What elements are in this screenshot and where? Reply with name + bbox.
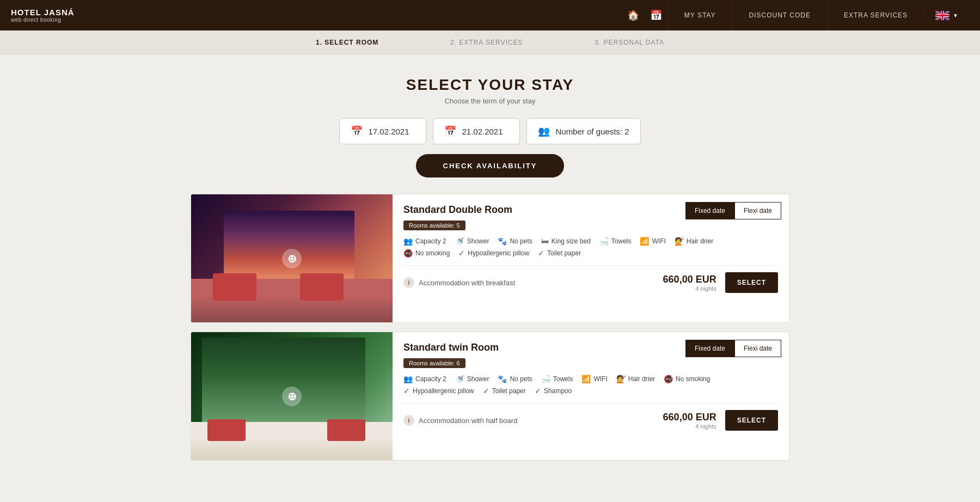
amenity-shampoo-label: Shampoo	[544, 387, 572, 395]
checkin-field[interactable]: 📅 17.02.2021	[339, 118, 426, 144]
wifi-icon-2: 📶	[581, 375, 591, 383]
room-2-nights: 4 nights	[663, 423, 716, 430]
hypoallergenic-check-icon: ✓	[458, 249, 465, 258]
room-1-meal-info: i Accommodation with breakfast	[403, 277, 515, 288]
room-1-date-tabs: Fixed date Flexi date	[685, 202, 781, 219]
amenity-shower-label: Shower	[467, 237, 489, 245]
home-icon[interactable]: 🏠	[627, 9, 639, 21]
room-1-fixed-date-tab[interactable]: Fixed date	[685, 202, 734, 219]
search-row: 📅 17.02.2021 📅 21.02.2021 👥 Number of gu…	[339, 118, 640, 144]
room-2-zoom-icon[interactable]: ⊕	[282, 387, 302, 406]
amenity-towels-2: 🛁 Towels	[541, 375, 573, 383]
progress-step-1[interactable]: 1. SELECT ROOM	[283, 39, 411, 46]
amenity-no-pets: 🐾 No pets	[498, 237, 532, 246]
room-1-zoom-icon[interactable]: ⊕	[282, 249, 302, 268]
amenity-wifi-2-label: WIFI	[593, 375, 607, 383]
room-2-fixed-date-tab[interactable]: Fixed date	[685, 340, 734, 357]
amenity-shower-2: 🚿 Shower	[455, 375, 489, 383]
language-selector[interactable]: ▼	[924, 11, 969, 20]
nav-extra-services[interactable]: EXTRA SERVICES	[827, 0, 924, 30]
room-2-amenities-row-1: 👥 Capacity 2 🚿 Shower 🐾 No pets 🛁 Towels	[403, 375, 778, 383]
king-bed-icon: 🛏	[541, 237, 549, 246]
header-icons: 🏠 📅	[627, 9, 662, 21]
amenity-hair-drier-2: 💇 Hair drier	[616, 375, 655, 383]
amenity-king-bed-label: King size bed	[552, 237, 591, 245]
room-2-amenities-row-2: ✓ Hypoallergenic pillow ✓ Toilet paper ✓…	[403, 387, 778, 395]
room-1-amenities-row-2: 🚭 No smoking ✓ Hypoallergenic pillow ✓ T…	[403, 249, 778, 258]
checkout-field[interactable]: 📅 21.02.2021	[433, 118, 520, 144]
room-2-waterfall	[202, 338, 365, 425]
room-1-flexi-date-tab[interactable]: Flexi date	[734, 202, 781, 219]
nav-my-stay[interactable]: MY STAY	[667, 0, 732, 30]
amenity-hair-drier-2-label: Hair drier	[628, 375, 655, 383]
checkin-value: 17.02.2021	[368, 127, 409, 136]
lang-chevron-icon: ▼	[953, 13, 958, 19]
check-availability-button[interactable]: CHECK AVAILABILITY	[416, 154, 565, 177]
wifi-icon: 📶	[640, 237, 649, 246]
amenity-king-bed: 🛏 King size bed	[541, 237, 591, 246]
amenity-toilet-paper-1: ✓ Toilet paper	[538, 249, 581, 258]
guests-field[interactable]: 👥 Number of guests: 2	[526, 118, 640, 144]
progress-step-2[interactable]: 2. EXTRA SERVICES	[418, 39, 556, 46]
amenity-capacity-2: 👥 Capacity 2	[403, 375, 446, 383]
room-1-availability-badge: Rooms available: 5	[403, 221, 465, 230]
room-2-pillow-right	[327, 419, 365, 441]
room-2-image[interactable]: ⊕	[191, 332, 393, 460]
room-1-nights: 4 nights	[663, 285, 716, 292]
room-1-details: Fixed date Flexi date Standard Double Ro…	[393, 194, 789, 322]
info-icon-2: i	[403, 415, 414, 426]
room-2-details: Fixed date Flexi date Standard twin Room…	[393, 332, 789, 460]
toilet-paper-check-icon-2: ✓	[483, 387, 489, 395]
progress-divider-1	[411, 38, 418, 47]
towels-icon: 🛁	[599, 237, 609, 246]
room-1-price-select: 660,00 EUR 4 nights SELECT	[663, 272, 778, 293]
amenity-shower-2-label: Shower	[467, 375, 489, 383]
room-2-price-select: 660,00 EUR 4 nights SELECT	[663, 410, 778, 431]
page-title: SELECT YOUR STAY	[406, 76, 574, 94]
capacity-icon: 👥	[403, 237, 413, 246]
amenity-hypoallergenic-1: ✓ Hypoallergenic pillow	[458, 249, 529, 258]
room-2-flexi-date-tab[interactable]: Flexi date	[734, 340, 781, 357]
calendar-icon[interactable]: 📅	[650, 9, 662, 21]
hypo-check-icon-2: ✓	[403, 387, 410, 395]
room-2-date-tabs: Fixed date Flexi date	[685, 340, 781, 357]
amenity-capacity: 👥 Capacity 2	[403, 237, 446, 246]
room-2-name: Standard twin Room	[403, 342, 680, 353]
amenity-no-pets-label: No pets	[510, 237, 532, 245]
checkout-value: 21.02.2021	[462, 127, 503, 136]
room-1-meal-label: Accommodation with breakfast	[419, 279, 515, 287]
amenity-towels-2-label: Towels	[553, 375, 573, 383]
room-1-footer: i Accommodation with breakfast 660,00 EU…	[403, 265, 778, 293]
room-1-price-block: 660,00 EUR 4 nights	[663, 274, 716, 292]
room-1-pillow-left	[213, 273, 256, 301]
progress-step-3[interactable]: 3. PERSONAL DATA	[562, 39, 697, 46]
progress-bar: 1. SELECT ROOM 2. EXTRA SERVICES 3. PERS…	[0, 30, 980, 54]
room-2-select-button[interactable]: SELECT	[725, 410, 778, 431]
header-nav: MY STAY DISCOUNT CODE EXTRA SERVICES	[667, 0, 924, 30]
no-smoking-icon-2: 🚭	[664, 375, 673, 383]
amenity-toilet-paper-label: Toilet paper	[547, 249, 581, 257]
hotel-subtitle: web direct booking	[11, 17, 75, 23]
towels-icon-2: 🛁	[541, 375, 550, 383]
room-2-footer: i Accommodation with half board 660,00 E…	[403, 403, 778, 431]
room-2-meal-info: i Accommodation with half board	[403, 415, 517, 426]
amenity-no-pets-2: 🐾 No pets	[498, 375, 532, 383]
room-2-pillow-left	[207, 419, 246, 441]
checkin-calendar-icon: 📅	[351, 125, 363, 137]
amenity-capacity-2-label: Capacity 2	[415, 375, 446, 383]
room-1-select-button[interactable]: SELECT	[725, 272, 778, 293]
amenity-shampoo: ✓ Shampoo	[535, 387, 572, 395]
amenity-no-smoking-1: 🚭 No smoking	[403, 249, 450, 258]
amenity-hair-drier-1: 💇 Hair drier	[675, 237, 713, 246]
room-1-amenities-row-1: 👥 Capacity 2 🚿 Shower 🐾 No pets 🛏 King s…	[403, 237, 778, 246]
amenity-hypoallergenic-2: ✓ Hypoallergenic pillow	[403, 387, 474, 395]
hotel-brand: HOTEL JASNÁ web direct booking	[11, 8, 75, 23]
nav-discount-code[interactable]: DISCOUNT CODE	[732, 0, 826, 30]
room-1-image[interactable]: ⊕	[191, 194, 393, 322]
amenity-wifi-label: WIFI	[652, 237, 665, 245]
no-pets-icon-2: 🐾	[498, 375, 507, 383]
amenity-hypoallergenic-2-label: Hypoallergenic pillow	[413, 387, 474, 395]
progress-divider-2	[556, 38, 562, 47]
amenity-capacity-label: Capacity 2	[415, 237, 446, 245]
hair-drier-icon: 💇	[675, 237, 684, 246]
